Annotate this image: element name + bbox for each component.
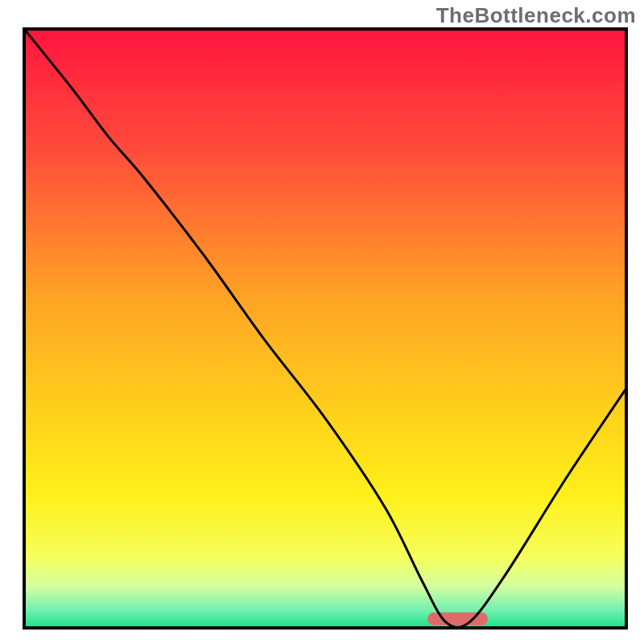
gradient-background — [24, 29, 626, 628]
chart-container: TheBottleneck.com — [0, 0, 644, 644]
bottleneck-chart — [0, 0, 644, 644]
watermark-label: TheBottleneck.com — [436, 3, 636, 28]
